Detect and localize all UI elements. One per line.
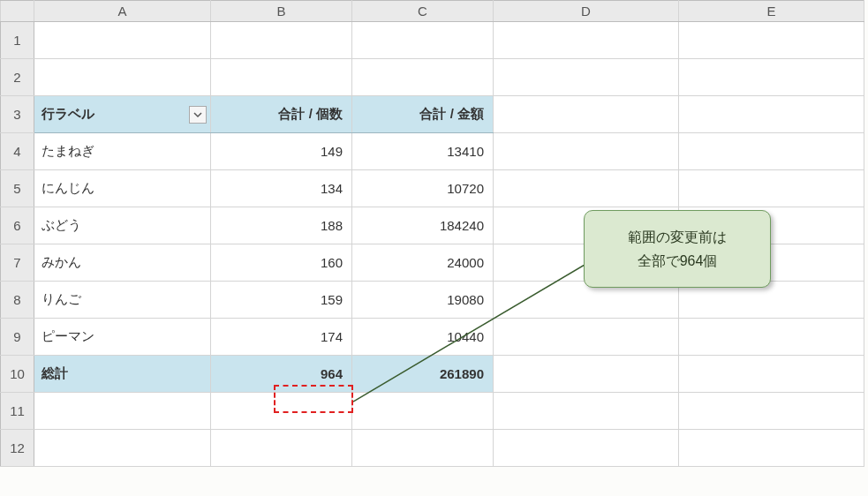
cell-c1[interactable] xyxy=(352,22,494,59)
callout-line1: 範囲の変更前は xyxy=(595,225,759,249)
row-header-1[interactable]: 1 xyxy=(1,22,34,59)
cell-d2[interactable] xyxy=(494,59,679,96)
cell-e10[interactable] xyxy=(679,356,864,393)
chevron-down-icon xyxy=(193,110,202,119)
row-4: 4 たまねぎ 149 13410 xyxy=(1,133,864,170)
row-header-8[interactable]: 8 xyxy=(1,282,34,319)
cell-c2[interactable] xyxy=(352,59,494,96)
cell-e4[interactable] xyxy=(679,133,864,170)
cell-a7[interactable]: みかん xyxy=(34,244,211,282)
row-12: 12 xyxy=(1,430,864,467)
row-label-filter-button[interactable] xyxy=(189,106,207,124)
select-all-corner[interactable] xyxy=(1,1,34,22)
cell-a1[interactable] xyxy=(34,22,211,59)
col-header-b[interactable]: B xyxy=(211,1,352,22)
cell-d11[interactable] xyxy=(494,393,679,430)
cell-b10[interactable]: 964 xyxy=(211,356,352,393)
cell-d1[interactable] xyxy=(494,22,679,59)
cell-b7[interactable]: 160 xyxy=(211,244,352,282)
cell-b3[interactable]: 合計 / 個数 xyxy=(211,96,352,133)
cell-b1[interactable] xyxy=(211,22,352,59)
row-header-10[interactable]: 10 xyxy=(1,356,34,393)
column-header-row: A B C D E xyxy=(1,1,864,22)
row-header-2[interactable]: 2 xyxy=(1,59,34,96)
cell-c7[interactable]: 24000 xyxy=(352,244,494,282)
row-3: 3 行ラベル 合計 / 個数 合計 / 金額 xyxy=(1,96,864,133)
cell-b4[interactable]: 149 xyxy=(211,133,352,170)
cell-b6[interactable]: 188 xyxy=(211,207,352,244)
col-header-a[interactable]: A xyxy=(34,1,211,22)
cell-a11[interactable] xyxy=(34,393,211,430)
cell-e12[interactable] xyxy=(679,430,864,467)
row-9: 9 ピーマン 174 10440 xyxy=(1,319,864,356)
cell-a10[interactable]: 総計 xyxy=(34,356,211,393)
cell-c3[interactable]: 合計 / 金額 xyxy=(352,96,494,133)
cell-a5[interactable]: にんじん xyxy=(34,170,211,207)
row-header-6[interactable]: 6 xyxy=(1,207,34,244)
cell-a12[interactable] xyxy=(34,430,211,467)
cell-c12[interactable] xyxy=(352,430,494,467)
cell-e3[interactable] xyxy=(679,96,864,133)
cell-c11[interactable] xyxy=(352,393,494,430)
cell-e1[interactable] xyxy=(679,22,864,59)
callout-line2: 全部で964個 xyxy=(595,249,759,273)
cell-c9[interactable]: 10440 xyxy=(352,319,494,356)
cell-a9[interactable]: ピーマン xyxy=(34,319,211,356)
row-header-5[interactable]: 5 xyxy=(1,170,34,207)
cell-a3[interactable]: 行ラベル xyxy=(34,96,211,133)
col-header-c[interactable]: C xyxy=(352,1,494,22)
row-2: 2 xyxy=(1,59,864,96)
cell-d4[interactable] xyxy=(494,133,679,170)
row-header-12[interactable]: 12 xyxy=(1,430,34,467)
cell-b11[interactable] xyxy=(211,393,352,430)
cell-e9[interactable] xyxy=(679,319,864,356)
cell-b5[interactable]: 134 xyxy=(211,170,352,207)
row-header-3[interactable]: 3 xyxy=(1,96,34,133)
cell-d3[interactable] xyxy=(494,96,679,133)
cell-a4[interactable]: たまねぎ xyxy=(34,133,211,170)
cell-b2[interactable] xyxy=(211,59,352,96)
cell-d10[interactable] xyxy=(494,356,679,393)
cell-d12[interactable] xyxy=(494,430,679,467)
row-1: 1 xyxy=(1,22,864,59)
cell-e11[interactable] xyxy=(679,393,864,430)
cell-c4[interactable]: 13410 xyxy=(352,133,494,170)
cell-c10[interactable]: 261890 xyxy=(352,356,494,393)
cell-a8[interactable]: りんご xyxy=(34,282,211,319)
cell-e5[interactable] xyxy=(679,170,864,207)
row-5: 5 にんじん 134 10720 xyxy=(1,170,864,207)
cell-c5[interactable]: 10720 xyxy=(352,170,494,207)
row-header-4[interactable]: 4 xyxy=(1,133,34,170)
cell-b12[interactable] xyxy=(211,430,352,467)
row-11: 11 xyxy=(1,393,864,430)
cell-e2[interactable] xyxy=(679,59,864,96)
callout-annotation: 範囲の変更前は 全部で964個 xyxy=(584,210,771,288)
row-header-9[interactable]: 9 xyxy=(1,319,34,356)
col-header-d[interactable]: D xyxy=(494,1,679,22)
col-header-e[interactable]: E xyxy=(679,1,864,22)
row-10: 10 総計 964 261890 xyxy=(1,356,864,393)
row-header-7[interactable]: 7 xyxy=(1,244,34,282)
cell-c6[interactable]: 184240 xyxy=(352,207,494,244)
cell-b8[interactable]: 159 xyxy=(211,282,352,319)
cell-d5[interactable] xyxy=(494,170,679,207)
cell-b9[interactable]: 174 xyxy=(211,319,352,356)
cell-c8[interactable]: 19080 xyxy=(352,282,494,319)
cell-d9[interactable] xyxy=(494,319,679,356)
cell-a2[interactable] xyxy=(34,59,211,96)
row-header-11[interactable]: 11 xyxy=(1,393,34,430)
pivot-row-label-header: 行ラベル xyxy=(42,106,94,123)
cell-a6[interactable]: ぶどう xyxy=(34,207,211,244)
